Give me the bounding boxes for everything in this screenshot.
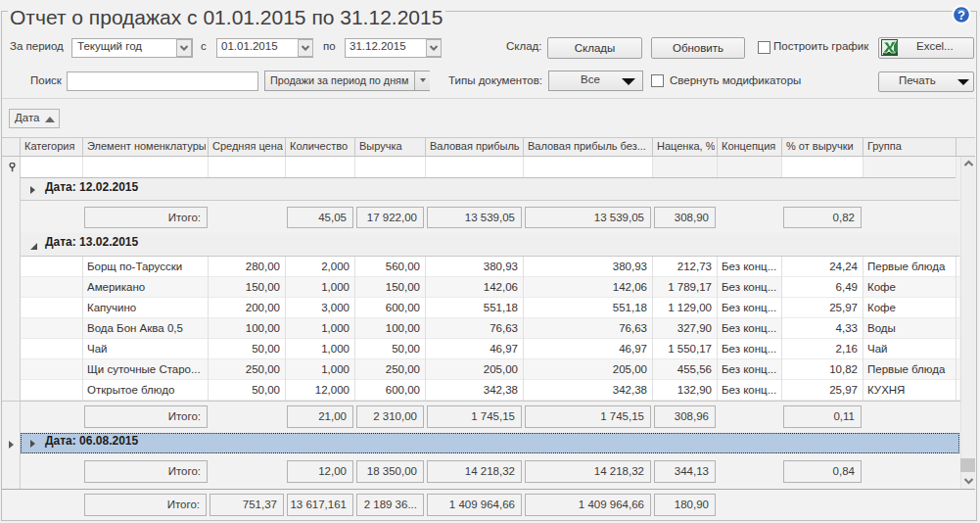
svg-text:?: ? [957,8,965,23]
